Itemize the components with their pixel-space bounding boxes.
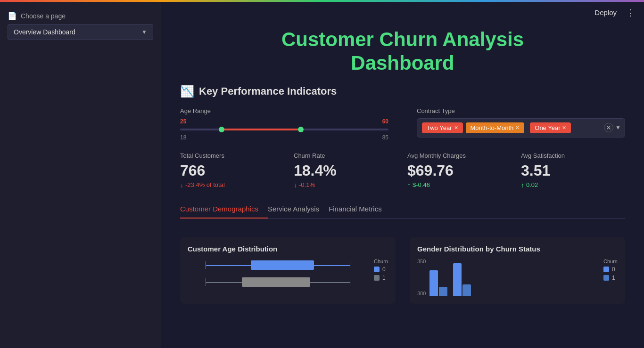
slider-thumb-right[interactable] bbox=[298, 127, 304, 132]
y-axis-labels: 350 300 bbox=[417, 259, 426, 296]
kpi-card-avg-satisfaction: Avg Satisfaction 3.51 ↑ 0.02 bbox=[521, 152, 625, 189]
slider-track[interactable] bbox=[180, 129, 388, 130]
chevron-down-icon: ▼ bbox=[141, 29, 147, 35]
avg-satisfaction-value: 3.51 bbox=[521, 162, 625, 179]
kpi-title: Key Performance Indicators bbox=[199, 85, 337, 97]
contract-type-filter: Contract Type Two Year ✕ Month-to-Month … bbox=[417, 107, 625, 141]
legend-label-0-age: 0 bbox=[382, 266, 386, 273]
boxplot-area bbox=[188, 259, 368, 289]
page-dropdown[interactable]: Overview Dashboard ▼ bbox=[8, 24, 153, 40]
delta-arrow-down-icon: ↓ bbox=[180, 181, 183, 189]
tag-one-year-remove[interactable]: ✕ bbox=[562, 125, 566, 131]
contract-tags-container: Two Year ✕ Month-to-Month ✕ ✕ ▼ bbox=[417, 118, 625, 138]
tag-month-to-month-remove[interactable]: ✕ bbox=[515, 125, 520, 131]
tab-financial-metrics[interactable]: Financial Metrics bbox=[329, 200, 391, 219]
gender-bar-area: 350 300 bbox=[417, 259, 598, 296]
kpi-card-total-customers: Total Customers 766 ↓ -23.4% of total bbox=[180, 152, 284, 189]
slider-min-label: 18 bbox=[180, 134, 186, 141]
tag-one-year[interactable]: One Year ✕ bbox=[530, 122, 571, 133]
age-distribution-chart: Customer Age Distribution bbox=[180, 237, 396, 304]
bar-male-1 bbox=[462, 284, 471, 296]
churn-rate-label: Churn Rate bbox=[294, 152, 398, 159]
bar-group-female bbox=[429, 270, 447, 296]
legend-item-1-age: 1 bbox=[374, 275, 388, 281]
bar-chart-area bbox=[429, 259, 471, 296]
tag-month-to-month[interactable]: Month-to-Month ✕ bbox=[466, 122, 525, 133]
boxplot-box-0 bbox=[251, 260, 314, 270]
legend-dot-blue-gender bbox=[603, 267, 609, 272]
charts-row: Customer Age Distribution bbox=[161, 237, 644, 304]
charges-delta-arrow-icon: ↑ bbox=[407, 181, 411, 189]
churn-label-age: Churn bbox=[374, 259, 388, 264]
boxplot-row-1 bbox=[188, 275, 368, 289]
age-chart-legend: Churn 0 1 bbox=[374, 259, 388, 289]
chart-icon: 📉 bbox=[180, 85, 194, 98]
bar-female-0 bbox=[429, 270, 438, 296]
y-label-300: 300 bbox=[417, 291, 426, 296]
boxplot-whisker-right-0 bbox=[350, 261, 350, 269]
avg-satisfaction-label: Avg Satisfaction bbox=[521, 152, 625, 159]
selected-page-label: Overview Dashboard bbox=[14, 28, 75, 36]
tabs-row: Customer Demographics Service Analysis F… bbox=[180, 200, 625, 219]
kpi-section: 📉 Key Performance Indicators Age Range 2… bbox=[161, 85, 644, 237]
gender-distribution-chart: Gender Distribution by Churn Status 350 … bbox=[410, 237, 625, 304]
dashboard-title: Customer Churn Analysis Dashboard bbox=[161, 23, 644, 85]
clear-all-button[interactable]: ✕ bbox=[604, 123, 613, 132]
tag-one-year-label: One Year bbox=[535, 124, 560, 131]
boxplot-whisker-left-1 bbox=[206, 278, 206, 286]
contract-dropdown-button[interactable]: ▼ bbox=[615, 124, 621, 131]
legend-dot-gray-age bbox=[374, 275, 380, 281]
avg-charges-value: $69.76 bbox=[407, 162, 512, 179]
legend-label-0-gender: 0 bbox=[612, 266, 615, 273]
kpi-header: 📉 Key Performance Indicators bbox=[180, 85, 625, 98]
tab-service-analysis[interactable]: Service Analysis bbox=[268, 200, 329, 219]
age-legend-list: 0 1 bbox=[374, 266, 388, 281]
tag-month-to-month-label: Month-to-Month bbox=[471, 124, 514, 131]
contract-controls: ✕ ▼ bbox=[604, 123, 621, 132]
more-options-button[interactable]: ⋮ bbox=[626, 8, 635, 17]
slider-max-label: 85 bbox=[382, 134, 388, 141]
tag-two-year-remove[interactable]: ✕ bbox=[454, 125, 458, 131]
bar-male-0 bbox=[453, 263, 462, 296]
choose-page-text: Choose a page bbox=[21, 12, 66, 20]
kpi-card-avg-charges: Avg Monthly Charges $69.76 ↑ $-0.46 bbox=[407, 152, 512, 189]
bar-female-1 bbox=[439, 287, 447, 296]
legend-item-1-gender: 1 bbox=[603, 275, 618, 281]
avg-charges-label: Avg Monthly Charges bbox=[407, 152, 512, 159]
total-customers-delta: ↓ -23.4% of total bbox=[180, 181, 284, 189]
boxplot-box-1 bbox=[242, 277, 311, 287]
churn-rate-value: 18.4% bbox=[294, 162, 398, 179]
slider-fill bbox=[222, 129, 301, 130]
header-bar: Deploy ⋮ bbox=[161, 2, 644, 23]
tag-two-year[interactable]: Two Year ✕ bbox=[422, 122, 463, 133]
choose-page-label: 📄 Choose a page bbox=[8, 11, 153, 20]
sidebar: 📄 Choose a page Overview Dashboard ▼ bbox=[0, 2, 161, 348]
gender-distribution-title: Gender Distribution by Churn Status bbox=[417, 245, 618, 253]
slider-thumb-left[interactable] bbox=[219, 127, 224, 132]
kpi-cards: Total Customers 766 ↓ -23.4% of total Ch… bbox=[180, 152, 625, 189]
legend-label-1-age: 1 bbox=[382, 275, 386, 281]
legend-item-0-age: 0 bbox=[374, 266, 388, 273]
churn-delta-arrow-icon: ↓ bbox=[294, 181, 297, 189]
legend-dot-blue-age bbox=[374, 267, 380, 272]
boxplot-row-0 bbox=[188, 259, 368, 272]
range-slider[interactable]: 25 60 18 85 bbox=[180, 118, 388, 141]
gender-chart-legend: Churn 0 1 bbox=[603, 259, 618, 296]
kpi-card-churn-rate: Churn Rate 18.4% ↓ -0.1% bbox=[294, 152, 398, 189]
legend-label-1-gender: 1 bbox=[612, 275, 615, 281]
age-distribution-content: Churn 0 1 bbox=[188, 259, 388, 289]
legend-item-0-gender: 0 bbox=[603, 266, 618, 273]
deploy-button[interactable]: Deploy bbox=[591, 7, 620, 18]
total-customers-value: 766 bbox=[180, 162, 284, 179]
gender-distribution-content: 350 300 bbox=[417, 259, 618, 296]
gender-legend-list: 0 1 bbox=[603, 266, 618, 281]
satisfaction-delta-arrow-icon: ↑ bbox=[521, 181, 524, 189]
main-content: Deploy ⋮ Customer Churn Analysis Dashboa… bbox=[161, 2, 644, 348]
age-distribution-title: Customer Age Distribution bbox=[188, 245, 388, 253]
tab-customer-demographics[interactable]: Customer Demographics bbox=[180, 200, 268, 219]
total-customers-label: Total Customers bbox=[180, 152, 284, 159]
churn-label-gender: Churn bbox=[603, 259, 618, 264]
range-max-value: 60 bbox=[382, 118, 388, 125]
y-label-350: 350 bbox=[417, 259, 426, 264]
age-range-filter: Age Range 25 60 18 85 bbox=[180, 107, 388, 141]
